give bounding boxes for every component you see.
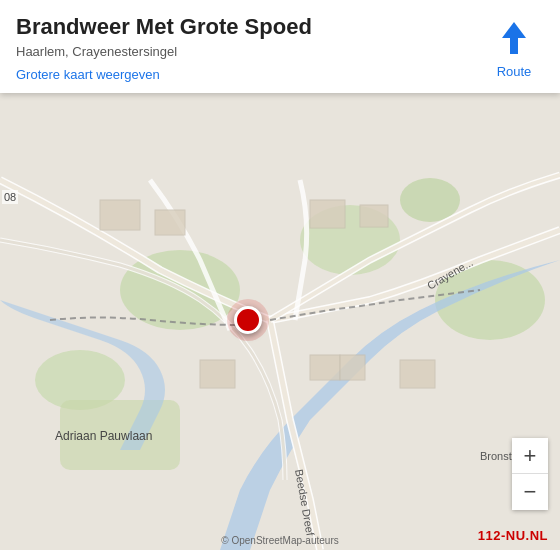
info-panel: Brandweer Met Grote Spoed Haarlem, Craye… — [0, 0, 560, 93]
svg-rect-9 — [310, 200, 345, 228]
svg-rect-13 — [340, 355, 365, 380]
svg-rect-14 — [400, 360, 435, 388]
zoom-controls: + − — [512, 438, 548, 510]
svg-rect-8 — [155, 210, 185, 235]
watermark: 112-NU.NL — [478, 526, 548, 544]
svg-rect-12 — [310, 355, 340, 380]
zoom-in-button[interactable]: + — [512, 438, 548, 474]
svg-rect-11 — [200, 360, 235, 388]
route-button[interactable]: Route — [484, 14, 544, 79]
zoom-out-button[interactable]: − — [512, 474, 548, 510]
svg-rect-7 — [100, 200, 140, 230]
incident-location: Haarlem, Crayenestersingel — [16, 44, 468, 59]
route-icon — [490, 14, 538, 62]
info-text-container: Brandweer Met Grote Spoed Haarlem, Craye… — [16, 14, 468, 83]
street-number-label: 08 — [2, 190, 18, 204]
svg-text:Adriaan Pauwlaan: Adriaan Pauwlaan — [55, 429, 152, 443]
map-attribution: © OpenStreetMap-auteurs — [221, 535, 338, 546]
larger-map-link[interactable]: Grotere kaart weergeven — [16, 67, 160, 82]
route-label: Route — [497, 64, 532, 79]
incident-title: Brandweer Met Grote Spoed — [16, 14, 468, 40]
svg-point-5 — [400, 178, 460, 222]
svg-rect-10 — [360, 205, 388, 227]
location-marker — [227, 299, 269, 341]
